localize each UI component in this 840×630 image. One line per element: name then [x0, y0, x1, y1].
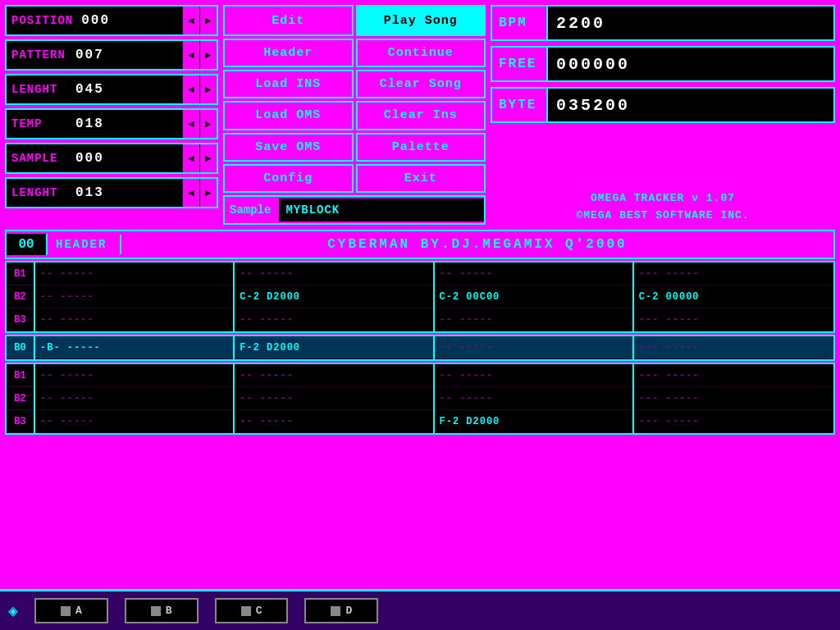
row-label-b1: B1 [7, 262, 34, 285]
tracker-header: 00 HEADER CYBERMAN BY.DJ.MEGAMIX Q'2000 [5, 230, 835, 259]
bottom-bar: ◈ A B C D [0, 589, 840, 630]
bottom-btn-c[interactable]: C [215, 598, 289, 623]
cell-3-2-3: -- ----- [235, 410, 432, 433]
section-3-row-labels: B1 B2 B3 [7, 364, 35, 433]
cell-3-3-2: -- ----- [435, 387, 632, 410]
section-2-grid: -B- ----- F-2 D2000 -- ----- --- ----- [35, 336, 833, 359]
cell-1-3-1: -- ----- [435, 262, 632, 285]
position-dec[interactable]: ◄ [183, 7, 199, 34]
bottom-btn-c-icon [241, 606, 251, 616]
continue-button[interactable]: Continue [356, 39, 486, 67]
middle-menu: Edit Play Song Header Continue Load INS … [223, 5, 486, 225]
row-label-s3-b2: B2 [7, 387, 34, 410]
row-label-s3-b3: B3 [7, 410, 34, 433]
exit-button[interactable]: Exit [356, 164, 486, 193]
section-3-col-4: --- ----- --- ----- --- ----- [634, 364, 833, 433]
bpm-label: BPM [491, 5, 548, 41]
section-1-col-3: -- ----- C-2 00C00 -- ----- [435, 262, 634, 331]
sample-inc[interactable]: ► [200, 144, 217, 172]
cell-3-4-2: --- ----- [634, 387, 833, 410]
bottom-btn-d[interactable]: D [304, 598, 378, 623]
row-label-b3: B3 [7, 308, 34, 331]
palette-button[interactable]: Palette [356, 133, 486, 162]
length2-dec[interactable]: ◄ [183, 179, 199, 207]
length2-inc[interactable]: ► [200, 179, 217, 207]
section-1-col-2: -- ----- C-2 D2000 -- ----- [235, 262, 434, 331]
length1-btns: ◄ ► [183, 75, 217, 103]
length2-row: LENGHT 013 ◄ ► [5, 177, 218, 208]
cell-1-2-3: -- ----- [235, 308, 432, 331]
section-3-rows: B1 B2 B3 -- ----- -- ----- -- ----- -- -… [7, 364, 833, 433]
section-2-row-labels: B0 [7, 336, 35, 359]
left-controls: POSITION 000 ◄ ► PATTERN 007 ◄ ► LENGHT … [5, 5, 218, 225]
position-value: 000 [78, 13, 183, 28]
bottom-btn-c-label: C [256, 605, 262, 617]
cell-1-3-2: C-2 00C00 [435, 285, 632, 308]
section-3-col-1: -- ----- -- ----- -- ----- [35, 364, 235, 433]
cell-3-2-2: -- ----- [235, 387, 432, 410]
cell-1-2-2: C-2 D2000 [235, 285, 432, 308]
sample-dec[interactable]: ◄ [183, 144, 199, 172]
sample-display-value: MYBLOCK [279, 199, 484, 221]
bottom-btn-b-label: B [166, 605, 172, 617]
position-btns: ◄ ► [183, 7, 217, 34]
pattern-value: 007 [72, 48, 183, 62]
free-row: FREE 000000 [491, 46, 835, 82]
play-song-button[interactable]: Play Song [356, 5, 486, 36]
right-info: BPM 2200 FREE 000000 BYTE 035200 OMEGA T… [491, 5, 835, 225]
row-label-b0: B0 [7, 336, 34, 359]
pattern-label: PATTERN [7, 48, 72, 62]
save-oms-button[interactable]: Save OMS [223, 133, 354, 162]
section-2-rows: B0 -B- ----- F-2 D2000 -- ----- --- ----… [7, 336, 833, 359]
cell-3-4-3: --- ----- [634, 410, 833, 433]
cell-3-3-3: F-2 D2000 [435, 410, 632, 433]
cell-1-4-3: --- ----- [634, 308, 833, 331]
edit-button[interactable]: Edit [223, 5, 354, 36]
bottom-btn-b[interactable]: B [125, 598, 199, 623]
section-3: B1 B2 B3 -- ----- -- ----- -- ----- -- -… [5, 363, 835, 435]
cell-3-3-1: -- ----- [435, 364, 632, 387]
section-1-rows: B1 B2 B3 -- ----- -- ----- -- ----- -- -… [7, 262, 833, 331]
pattern-inc[interactable]: ► [200, 41, 217, 69]
length1-inc[interactable]: ► [200, 75, 217, 103]
cell-3-1-2: -- ----- [35, 387, 233, 410]
section-3-col-3: -- ----- -- ----- F-2 D2000 [435, 364, 634, 433]
sample-row-display: Sample MYBLOCK [223, 195, 486, 225]
bpm-row: BPM 2200 [491, 5, 835, 41]
pattern-dec[interactable]: ◄ [183, 41, 199, 69]
byte-row: BYTE 035200 [491, 87, 835, 123]
temp-value: 018 [72, 116, 183, 131]
bottom-btn-a-icon [61, 606, 71, 616]
header-button[interactable]: Header [223, 39, 354, 67]
cell-1-2-1: -- ----- [235, 262, 432, 285]
section-3-grid: -- ----- -- ----- -- ----- -- ----- -- -… [35, 364, 833, 433]
position-inc[interactable]: ► [200, 7, 217, 34]
cell-3-1-1: -- ----- [35, 364, 233, 387]
length1-dec[interactable]: ◄ [183, 75, 199, 103]
position-row: POSITION 000 ◄ ► [5, 5, 218, 36]
track-type-badge: HEADER [48, 235, 121, 254]
sample-btns: ◄ ► [183, 144, 217, 172]
length2-value: 013 [72, 185, 183, 200]
config-button[interactable]: Config [223, 164, 354, 193]
clear-song-button[interactable]: Clear Song [356, 70, 486, 98]
clear-ins-button[interactable]: Clear Ins [356, 101, 486, 130]
cell-1-4-2: C-2 00000 [634, 285, 833, 308]
temp-label: TEMP [7, 117, 72, 130]
temp-row: TEMP 018 ◄ ► [5, 108, 218, 139]
cell-1-4-1: --- ----- [634, 262, 833, 285]
section-2-col-1: -B- ----- [35, 336, 235, 359]
temp-inc[interactable]: ► [200, 110, 217, 138]
section-2-col-2: F-2 D2000 [235, 336, 434, 359]
cell-1-1-3: -- ----- [35, 308, 233, 331]
load-ins-button[interactable]: Load INS [223, 70, 354, 98]
length1-label: LENGHT [7, 83, 72, 96]
cell-3-4-1: --- ----- [634, 364, 833, 387]
sample-row: SAMPLE 000 ◄ ► [5, 143, 218, 174]
temp-dec[interactable]: ◄ [183, 110, 199, 138]
bottom-icon: ◈ [8, 600, 18, 621]
section-1-grid: -- ----- -- ----- -- ----- -- ----- C-2 … [35, 262, 833, 331]
load-oms-button[interactable]: Load OMS [223, 101, 354, 130]
pattern-row: PATTERN 007 ◄ ► [5, 39, 218, 71]
bottom-btn-a[interactable]: A [34, 598, 108, 623]
